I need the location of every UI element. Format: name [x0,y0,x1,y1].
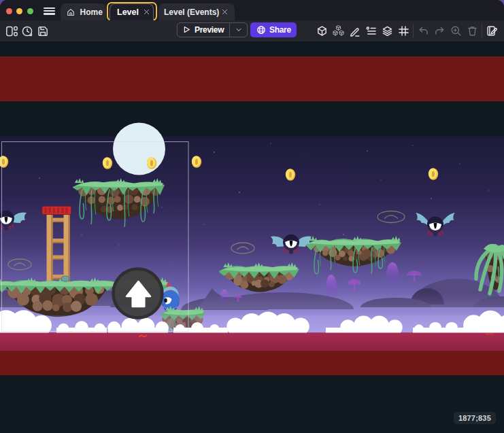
cloud [326,328,342,334]
share-button[interactable]: Share [250,22,297,37]
titlebar: HomeLevelLevel (Events) [0,0,504,20]
tab-close-icon[interactable] [143,8,150,16]
traffic-light-minimize[interactable] [16,8,22,14]
tab-close-icon[interactable] [221,8,229,16]
preview-button-group: Preview [177,22,248,37]
tab-home[interactable]: Home [61,3,106,20]
coordinates-value: 1877;835 [458,414,491,422]
up-arrow-control[interactable] [114,269,163,318]
application-window: HomeLevelLevel (Events) Preview Share [0,0,504,433]
toolbar-right-icons [314,23,500,39]
panel-layout-icon[interactable] [3,23,19,39]
layers-icon[interactable] [379,23,395,39]
toolbar: Preview Share [0,20,504,41]
cube-icon[interactable] [314,23,330,39]
home-icon [66,7,75,17]
preview-options-button[interactable] [229,23,247,37]
undo-icon [415,23,431,39]
traffic-light-close[interactable] [6,8,12,14]
moon[interactable] [113,123,165,175]
traffic-lights [6,8,33,14]
globe-icon [256,25,266,35]
redo-icon [431,23,448,39]
preview-label: Preview [195,25,224,35]
coin[interactable] [147,157,156,169]
coin[interactable] [286,169,295,181]
play-icon [182,25,191,34]
coin[interactable] [103,157,112,169]
share-label: Share [269,25,291,35]
scene-bottom-bands [0,333,504,376]
tab-level-events[interactable]: Level (Events) [158,3,235,20]
zoom-in-icon [448,23,464,39]
toolbar-separator [482,24,482,38]
grid-icon[interactable] [395,23,411,39]
toolbar-left-icons [3,23,50,39]
trash-icon [464,23,480,39]
coin[interactable] [429,168,438,180]
preview-button[interactable]: Preview [178,23,229,37]
coin[interactable] [192,156,201,168]
tab-label: Level (Events) [164,7,219,17]
cursor-coordinates: 1877;835 [454,412,496,424]
toolbar-separator [413,24,414,38]
tab-label: Home [80,7,103,17]
save-icon[interactable] [35,23,50,39]
scene-notes-icon[interactable] [484,23,500,39]
instances-list-icon[interactable] [363,23,379,39]
tab-level[interactable]: Level [110,3,154,20]
chevron-down-icon [235,26,243,34]
traffic-light-maximize[interactable] [27,8,33,14]
menu-hamburger-icon[interactable] [44,7,55,15]
scene-canvas[interactable] [0,41,504,433]
pencil-icon[interactable] [346,23,363,39]
history-icon[interactable] [19,23,35,39]
cloud [210,328,228,334]
tab-focus-ring: Level [107,2,157,21]
tab-label: Level [117,7,139,17]
objects-group-icon[interactable] [330,23,346,39]
